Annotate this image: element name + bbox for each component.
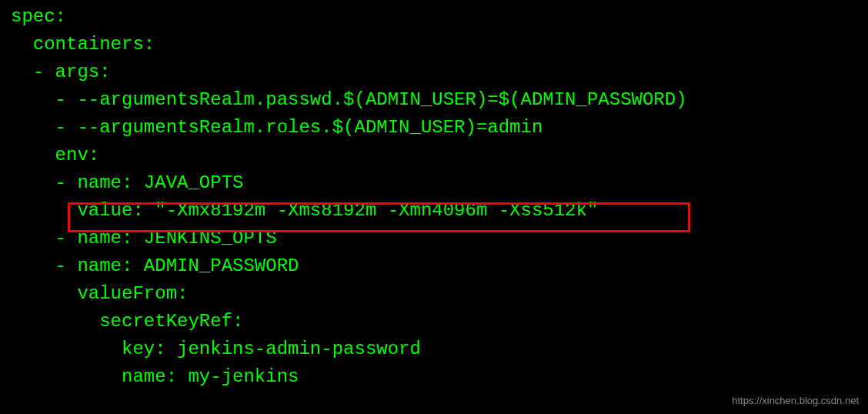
code-line-env: env: [11, 142, 857, 169]
code-line-containers: containers: [11, 31, 857, 58]
code-line-java-opts-value: value: "-Xmx8192m -Xms8192m -Xmn4096m -X… [11, 197, 857, 225]
code-line-arg-passwd: - --argumentsRealm.passwd.$(ADMIN_USER)=… [11, 86, 857, 114]
code-line-args: - args: [11, 58, 857, 86]
code-line-arg-roles: - --argumentsRealm.roles.$(ADMIN_USER)=a… [11, 114, 857, 142]
terminal-output: spec: containers: - args: - --argumentsR… [11, 3, 857, 391]
code-line-secretkeyref: secretKeyRef: [11, 308, 857, 336]
code-line-java-opts-name: - name: JAVA_OPTS [11, 169, 857, 197]
code-line-jenkins-opts: - name: JENKINS_OPTS [11, 225, 857, 252]
watermark-text: https://xinchen.blog.csdn.net [732, 393, 859, 409]
code-line-key: key: jenkins-admin-password [11, 336, 857, 363]
code-line-valuefrom: valueFrom: [11, 280, 857, 308]
code-line-spec: spec: [11, 3, 857, 31]
code-line-name: name: my-jenkins [11, 363, 857, 391]
code-line-admin-password: - name: ADMIN_PASSWORD [11, 252, 857, 280]
